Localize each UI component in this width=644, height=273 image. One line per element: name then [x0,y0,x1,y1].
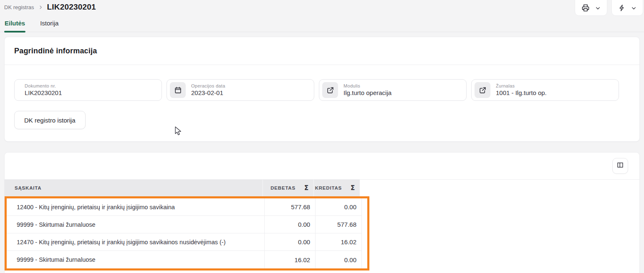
page-title: LIK20230201 [47,3,96,12]
actions-menu-button[interactable] [611,0,643,16]
chevron-down-icon [595,5,601,11]
field-value: Ilg.turto operacija [343,89,391,97]
account-cell: 12400 - Kitų įrenginių, prietaisų ir įra… [7,198,264,215]
credit-cell: 16.02 [315,233,361,250]
debit-cell: 577.68 [264,198,315,215]
document-number-field[interactable]: Dokumento nr. LIK20230201 [14,79,162,101]
field-label: Žurnalas [496,83,547,89]
main-info-card: Pagrindinė informacija Dokumento nr. LIK… [4,37,640,142]
table-row[interactable]: 12400 - Kitų įrenginių, prietaisų ir įra… [7,198,361,216]
credit-cell: 577.68 [315,216,361,233]
column-settings-button[interactable] [612,158,628,174]
breadcrumb-link-dk-registras[interactable]: DK registras [4,4,34,10]
breadcrumb: DK registras LIK20230201 [4,3,96,12]
debit-cell: 16.02 [264,251,315,268]
external-link-icon[interactable] [322,82,338,98]
field-row: Dokumento nr. LIK20230201 Operacijos dat… [5,65,639,101]
field-value: 1001 - Ilg.turto op. [496,89,547,97]
column-header-saskaita[interactable]: SĄSKAITA [5,185,263,190]
table-header-row: SĄSKAITA DEBETAS Σ KREDITAS Σ [5,180,360,196]
tab-istorija[interactable]: Istorija [40,19,59,32]
table-row[interactable]: 12470 - Kitų įrenginių, prietaisų ir įra… [7,233,361,251]
account-cell: 12470 - Kitų įrenginių, prietaisų ir įra… [7,233,264,250]
print-menu-button[interactable] [575,0,607,16]
sum-sigma-icon[interactable]: Σ [351,184,355,192]
external-link-icon[interactable] [475,82,490,98]
column-header-debetas[interactable]: DEBETAS Σ [263,180,313,196]
field-value: 2023-02-01 [191,89,225,97]
credit-cell: 0.00 [315,198,361,215]
printer-icon [581,4,590,12]
credit-cell: 0.00 [315,251,361,268]
lines-table-card: SĄSKAITA DEBETAS Σ KREDITAS Σ 12400 - Ki… [4,152,640,273]
table-toolbar [5,153,639,180]
account-cell: 99999 - Skirtumai žurnaluose [7,216,264,233]
column-header-kreditas[interactable]: KREDITAS Σ [313,180,360,196]
tab-eilutes[interactable]: Eilutės [4,19,25,32]
app-root: DK registras LIK20230201 Eilutės Istorij… [0,0,644,273]
tab-bar: Eilutės Istorija [0,19,644,32]
operation-date-field[interactable]: Operacijos data 2023-02-01 [167,79,314,101]
highlight-frame: 12400 - Kitų įrenginių, prietaisų ir įra… [5,196,369,270]
column-header-label: DEBETAS [270,185,295,190]
field-value: LIK20230201 [25,89,62,97]
table-row[interactable]: 99999 - Skirtumai žurnaluose 0.00 577.68 [7,216,361,233]
account-cell: 99999 - Skirtumai žurnaluose [7,251,264,268]
header-actions [575,0,643,16]
journal-field[interactable]: Žurnalas 1001 - Ilg.turto op. [471,79,619,101]
calendar-icon[interactable] [170,82,186,98]
card-header: Pagrindinė informacija [5,37,639,65]
sum-sigma-icon[interactable]: Σ [304,184,309,192]
module-field[interactable]: Modulis Ilg.turto operacija [319,79,467,101]
columns-icon [616,161,624,170]
card-title: Pagrindinė informacija [14,47,97,55]
chevron-down-icon [631,5,636,11]
debit-cell: 0.00 [264,233,315,250]
field-label: Operacijos data [191,83,225,89]
table-row[interactable]: 99999 - Skirtumai žurnaluose 16.02 0.00 [7,251,361,268]
field-label: Modulis [343,83,391,89]
column-header-label: KREDITAS [315,185,342,190]
dk-register-history-button[interactable]: DK registro istorija [14,111,86,129]
chevron-right-icon [38,5,43,10]
table-body: 12400 - Kitų įrenginių, prietaisų ir įra… [7,198,362,268]
field-label: Dokumento nr. [25,83,62,89]
lightning-icon [618,4,626,12]
debit-cell: 0.00 [264,216,315,233]
